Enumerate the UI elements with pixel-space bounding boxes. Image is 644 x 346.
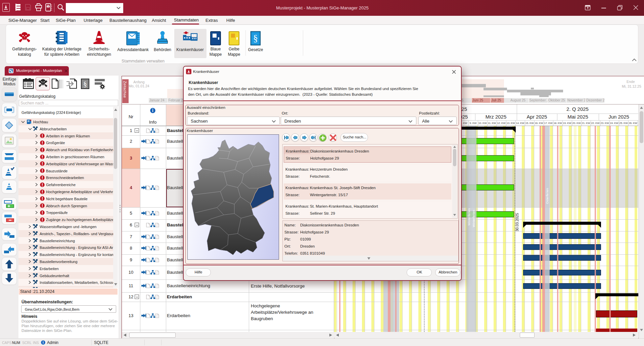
svg-text:§: § [253,33,258,43]
svg-text:§: § [83,80,87,88]
